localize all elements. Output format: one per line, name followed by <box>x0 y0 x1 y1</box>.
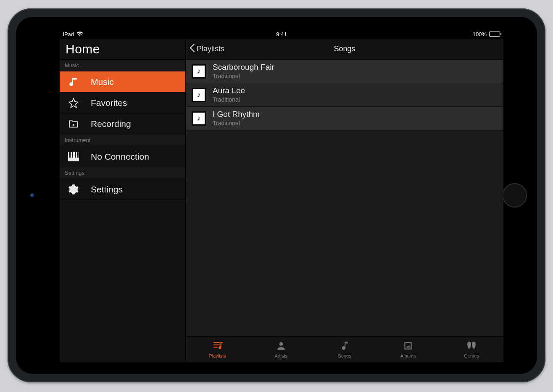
status-bar: iPad 9:41 100% <box>60 29 503 39</box>
wifi-icon <box>76 32 83 37</box>
svg-rect-3 <box>72 152 73 158</box>
list-item[interactable]: ♪ Aura Lee Traditional <box>186 83 503 107</box>
sidebar-item-label: Settings <box>91 184 123 195</box>
song-subtitle: Traditional <box>213 96 245 103</box>
tab-artists[interactable]: Artists <box>264 340 298 358</box>
sidebar-item-label: No Connection <box>91 152 149 162</box>
tab-label: Genres <box>464 353 479 358</box>
sidebar-header: Home <box>60 39 185 60</box>
song-subtitle: Traditional <box>213 120 260 126</box>
genres-icon <box>466 340 477 352</box>
ipad-frame: iPad 9:41 100% Home Music <box>8 8 545 382</box>
home-button[interactable] <box>503 183 527 208</box>
tab-songs[interactable]: Songs <box>328 340 361 358</box>
song-art-icon: ♪ <box>192 111 206 126</box>
sidebar-item-settings[interactable]: Settings <box>60 179 185 200</box>
song-art-icon: ♪ <box>192 88 206 102</box>
songs-icon <box>339 340 350 352</box>
piano-keys-icon <box>64 152 83 161</box>
back-label: Playlists <box>197 45 224 53</box>
song-title: Aura Lee <box>213 87 245 95</box>
section-label-instrument: Instrument <box>60 134 185 146</box>
song-subtitle: Traditional <box>213 73 274 79</box>
song-list[interactable]: ♪ Scarborough Fair Traditional ♪ Aura Le… <box>186 60 503 336</box>
sidebar-item-music[interactable]: Music <box>60 71 185 92</box>
sidebar-item-label: Favorites <box>91 98 127 108</box>
sidebar-item-label: Music <box>91 77 114 87</box>
song-title: I Got Rhythm <box>213 110 260 119</box>
sidebar-item-label: Recording <box>91 119 131 129</box>
music-note-icon <box>64 76 83 87</box>
ipad-bezel: iPad 9:41 100% Home Music <box>16 17 537 374</box>
battery-icon <box>489 32 500 37</box>
battery-pct: 100% <box>473 31 487 37</box>
song-title: Scarborough Fair <box>213 63 274 72</box>
tab-label: Albums <box>400 353 416 358</box>
tab-label: Playlists <box>209 353 226 358</box>
list-item[interactable]: ♪ Scarborough Fair Traditional <box>186 60 503 83</box>
sidebar-item-favorites[interactable]: Favorites <box>60 92 185 113</box>
device-label: iPad <box>63 31 74 37</box>
main-panel: Playlists Songs ♪ Scarborough Fair Tradi… <box>186 39 503 362</box>
screen: iPad 9:41 100% Home Music <box>60 29 503 362</box>
section-label-music: Music <box>60 60 185 71</box>
sidebar-item-no-connection[interactable]: No Connection <box>60 146 185 167</box>
nav-title: Songs <box>334 45 355 53</box>
svg-rect-4 <box>75 152 76 158</box>
sidebar: Home Music Music Favorites <box>60 39 186 362</box>
svg-rect-5 <box>77 152 79 158</box>
list-item[interactable]: ♪ I Got Rhythm Traditional <box>186 107 503 130</box>
gear-icon <box>64 184 83 195</box>
camera-dot <box>30 193 34 197</box>
clock: 9:41 <box>276 31 287 37</box>
song-art-icon: ♪ <box>192 64 206 79</box>
sidebar-title: Home <box>66 42 100 56</box>
tab-bar: Playlists Artists Songs <box>186 336 503 362</box>
back-button[interactable]: Playlists <box>186 43 228 55</box>
svg-rect-2 <box>69 152 71 158</box>
playlist-icon <box>212 340 223 352</box>
tab-playlists[interactable]: Playlists <box>201 340 234 358</box>
tab-genres[interactable]: Genres <box>455 340 488 358</box>
section-label-settings: Settings <box>60 167 185 179</box>
tab-albums[interactable]: Albums <box>391 340 425 358</box>
sidebar-item-recording[interactable]: Recording <box>60 113 185 134</box>
chevron-left-icon <box>189 43 195 55</box>
tab-label: Songs <box>338 353 351 358</box>
tab-label: Artists <box>275 353 288 358</box>
albums-icon <box>403 340 413 352</box>
star-icon <box>64 97 83 108</box>
svg-point-0 <box>73 124 74 126</box>
artist-icon <box>276 340 287 352</box>
nav-bar: Playlists Songs <box>186 39 503 60</box>
folder-icon <box>64 118 83 129</box>
